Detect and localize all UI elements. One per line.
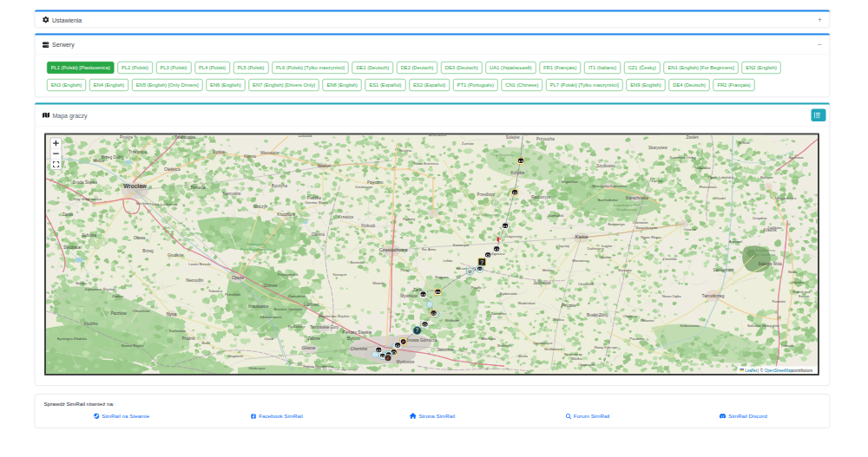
svg-text:Sobótka: Sobótka <box>82 233 97 238</box>
svg-text:Mysłowice: Mysłowice <box>397 360 415 364</box>
svg-text:Koniecpol: Koniecpol <box>453 243 469 247</box>
svg-text:Kuźnia Raciborska: Kuźnia Raciborska <box>303 364 333 369</box>
svg-text:Brzeg: Brzeg <box>142 249 154 253</box>
svg-text:Zdzieszowice: Zdzieszowice <box>260 315 282 319</box>
svg-text:Modliborzyce: Modliborzyce <box>775 196 797 200</box>
svg-text:Nowa Brzeźnica: Nowa Brzeźnica <box>414 162 439 166</box>
svg-text:Boronów: Boronów <box>351 260 365 264</box>
svg-text:Słomniki: Słomniki <box>497 343 511 348</box>
svg-text:Lipsko: Lipsko <box>652 179 663 183</box>
svg-text:Urzędów: Urzędów <box>753 216 767 220</box>
svg-text:Kolonowskie: Kolonowskie <box>278 272 299 277</box>
svg-text:Przysucha: Przysucha <box>536 137 555 141</box>
svg-text:Sandomierz: Sandomierz <box>713 269 734 273</box>
svg-text:Tarnowskie Góry: Tarnowskie Góry <box>310 325 339 330</box>
svg-text:Żarów: Żarów <box>62 212 74 217</box>
svg-text:Park Krajobrazowy: Park Krajobrazowy <box>747 249 775 252</box>
svg-text:Opoczno: Opoczno <box>523 135 539 137</box>
svg-text:Św. Anna: Św. Anna <box>422 247 437 251</box>
svg-text:Świętokrzyski Park: Świętokrzyski Park <box>613 203 641 207</box>
svg-text:Lelów: Lelów <box>443 258 453 263</box>
svg-text:Zagnańsk: Zagnańsk <box>548 213 564 218</box>
svg-text:Poniatowa: Poniatowa <box>700 185 717 189</box>
svg-text:Oleśnica: Oleśnica <box>623 314 638 318</box>
svg-text:Bierutów: Bierutów <box>191 186 207 190</box>
svg-text:Olesno: Olesno <box>312 232 325 237</box>
svg-text:Otmuchów: Otmuchów <box>133 309 151 313</box>
svg-text:Wodzisław: Wodzisław <box>518 301 536 305</box>
svg-text:Leaflet: Leaflet <box>745 369 757 373</box>
svg-text:Pińczów: Pińczów <box>562 304 576 308</box>
svg-text:Chmielnik: Chmielnik <box>578 282 595 286</box>
svg-text:Stobrawski: Stobrawski <box>247 242 265 246</box>
svg-text:Mniów: Mniów <box>542 269 553 273</box>
svg-text:Oleśnica: Oleśnica <box>164 167 181 172</box>
svg-text:Tarnobrzeg: Tarnobrzeg <box>702 293 725 298</box>
svg-text:Wołów: Wołów <box>93 159 105 163</box>
svg-text:Bełżyce: Bełżyce <box>760 175 773 180</box>
svg-text:Sanem: Sanem <box>799 294 810 298</box>
svg-text:Woźniki: Woźniki <box>372 281 385 285</box>
svg-text:Trzebnica: Trzebnica <box>128 150 147 154</box>
svg-text:Głubczyce: Głubczyce <box>248 366 266 370</box>
svg-text:Kielce: Kielce <box>575 234 589 239</box>
svg-text:Tułowice: Tułowice <box>208 289 223 293</box>
svg-text:Kępno: Kępno <box>244 154 256 159</box>
svg-text:Gorzów Śląski: Gorzów Śląski <box>305 201 328 206</box>
svg-text:Miechów: Miechów <box>481 337 496 342</box>
svg-text:Pyskowice: Pyskowice <box>288 324 306 329</box>
svg-text:Chęciny: Chęciny <box>556 244 570 248</box>
svg-text:Korfantów: Korfantów <box>169 329 187 333</box>
svg-text:Kazimierz Dolny: Kazimierz Dolny <box>670 155 697 160</box>
svg-text:Grodków: Grodków <box>168 253 184 258</box>
svg-text:Częstochowa: Częstochowa <box>379 247 409 252</box>
svg-text:Jelcz-Laskowice: Jelcz-Laskowice <box>151 202 178 206</box>
svg-text:Twardogóra: Twardogóra <box>174 135 195 140</box>
svg-text:Wieluń: Wieluń <box>318 163 332 168</box>
svg-text:Wrocław: Wrocław <box>123 183 147 189</box>
svg-text:Pacanów: Pacanów <box>629 337 645 342</box>
svg-text:Myszków: Myszków <box>400 294 418 298</box>
svg-text:Strzelce Opolskie: Strzelce Opolskie <box>274 307 303 311</box>
svg-text:Nowy Korczyn: Nowy Korczyn <box>595 345 618 349</box>
svg-text:Żarnowiec: Żarnowiec <box>490 311 506 316</box>
svg-text:Kluczbork: Kluczbork <box>277 212 296 217</box>
svg-text:Ząbkowice Śląskie: Ząbkowice Śląskie <box>84 287 115 291</box>
svg-text:Namysłów: Namysłów <box>223 192 241 196</box>
svg-text:Prószków: Prószków <box>225 292 241 297</box>
svg-text:Siechnice: Siechnice <box>135 201 152 206</box>
svg-text:Bodzentyn: Bodzentyn <box>608 222 625 226</box>
svg-text:Kąty Wrocławskie: Kąty Wrocławskie <box>73 197 102 201</box>
svg-text:Zaklików: Zaklików <box>767 225 782 230</box>
svg-text:Bystrzyca Kłodzka: Bystrzyca Kłodzka <box>57 337 88 342</box>
svg-text:Oława: Oława <box>134 236 146 240</box>
svg-text:Krajobrazowy: Krajobrazowy <box>617 208 637 212</box>
svg-text:Daleszyce: Daleszyce <box>588 246 605 251</box>
svg-text:Brzeg Dolny: Brzeg Dolny <box>102 155 125 160</box>
svg-text:Środa Śląska: Środa Śląska <box>73 179 98 185</box>
svg-text:Opole: Opole <box>232 275 245 280</box>
svg-text:Szydłowiec: Szydłowiec <box>596 164 616 168</box>
svg-text:Jaworzno: Jaworzno <box>437 348 454 352</box>
svg-text:Nowa Dęba: Nowa Dęba <box>662 294 681 298</box>
svg-text:Strona Śląska: Strona Śląska <box>122 343 145 348</box>
svg-text:contributors: contributors <box>792 369 813 373</box>
svg-text:Praszka: Praszka <box>307 196 322 200</box>
svg-text:Chodel: Chodel <box>714 196 726 200</box>
svg-text:Opatów: Opatów <box>599 255 612 259</box>
svg-text:Lututów: Lututów <box>299 135 312 139</box>
svg-text:Lubliniec: Lubliniec <box>304 303 319 307</box>
svg-text:Ostrowiec: Ostrowiec <box>633 220 649 225</box>
svg-text:Prusice: Prusice <box>120 135 133 140</box>
svg-text:Ujazd: Ujazd <box>265 337 274 342</box>
svg-text:Połaniec: Połaniec <box>641 318 654 323</box>
svg-text:Bychawa: Bychawa <box>789 155 805 160</box>
svg-text:Pradła: Pradła <box>471 285 482 290</box>
svg-text:Końskie: Końskie <box>511 171 525 175</box>
svg-text:Głogówek: Głogówek <box>227 354 244 358</box>
svg-text:Skaryszew: Skaryszew <box>648 146 667 150</box>
svg-text:Koszęcin: Koszęcin <box>332 272 346 277</box>
svg-text:Radoszyce: Radoszyce <box>531 195 551 199</box>
svg-text:Suchedniów: Suchedniów <box>598 198 619 202</box>
svg-text:Opole Lubelskie: Opole Lubelskie <box>708 175 735 180</box>
